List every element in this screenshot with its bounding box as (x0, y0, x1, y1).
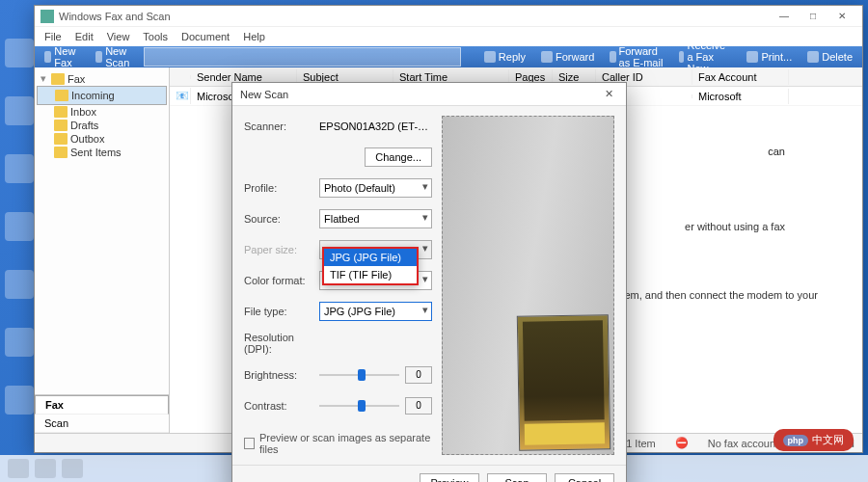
status-items: 1 Item (626, 438, 656, 449)
window-title: Windows Fax and Scan (59, 11, 770, 22)
filetype-option-tif[interactable]: TIF (TIF File) (324, 266, 417, 283)
menubar: File Edit View Tools Document Help (35, 27, 862, 46)
taskbar-icon[interactable] (62, 459, 83, 478)
row-account: Microsoft (692, 89, 789, 104)
tree-sent[interactable]: Sent Items (37, 146, 167, 159)
forward-email-button[interactable]: Forward as E-mail (604, 43, 668, 70)
desktop-icon[interactable] (5, 212, 34, 241)
contrast-slider[interactable] (319, 397, 399, 415)
scan-preview-area[interactable] (442, 116, 614, 455)
preview-button[interactable]: Preview (420, 473, 479, 482)
separate-files-checkbox[interactable] (244, 438, 255, 449)
folder-icon (55, 90, 68, 101)
folder-icon (54, 120, 68, 131)
source-select[interactable] (319, 209, 432, 228)
desktop-icon[interactable] (5, 39, 34, 67)
tree-root-fax[interactable]: ▾Fax (37, 71, 167, 86)
app-icon (41, 10, 54, 23)
dialog-title: New Scan (240, 89, 599, 100)
toolbar: New Fax New Scan Reply Forward Forward a… (35, 46, 862, 67)
forward-button[interactable]: Forward (535, 49, 600, 65)
forward-icon (541, 51, 553, 63)
filetype-option-jpg[interactable]: JPG (JPG File) (324, 249, 417, 266)
brightness-label: Brightness: (244, 369, 313, 381)
desktop-icon[interactable] (5, 328, 34, 357)
bottom-tabs: Fax Scan (35, 394, 169, 433)
delete-button[interactable]: Delete (801, 49, 858, 65)
desktop-icon[interactable] (5, 386, 34, 415)
folder-tree: ▾Fax Incoming Inbox Drafts Outbox Sent I… (35, 67, 169, 394)
contrast-value[interactable]: 0 (405, 397, 432, 415)
toolbar-selected[interactable] (144, 47, 461, 67)
scanned-image-thumbnail[interactable] (517, 314, 610, 451)
desktop-icon[interactable] (5, 270, 34, 299)
tree-inbox[interactable]: Inbox (37, 105, 167, 119)
menu-edit[interactable]: Edit (69, 29, 99, 44)
scan-icon (95, 51, 102, 63)
separate-files-label: Preview or scan images as separate files (259, 432, 432, 455)
desktop-icon[interactable] (5, 96, 34, 125)
profile-label: Profile: (244, 182, 313, 194)
row-icon: 📧 (170, 88, 191, 104)
delete-icon (807, 51, 819, 63)
cancel-button[interactable]: Cancel (555, 473, 614, 482)
scan-button[interactable]: Scan (487, 473, 547, 482)
brightness-value[interactable]: 0 (405, 366, 432, 384)
menu-help[interactable]: Help (237, 29, 271, 44)
close-button[interactable]: ✕ (827, 8, 856, 25)
papersize-label: Paper size: (244, 244, 313, 255)
tree-incoming[interactable]: Incoming (37, 86, 167, 105)
taskbar-icon[interactable] (8, 459, 29, 478)
filetype-label: File type: (244, 306, 313, 317)
tab-scan[interactable]: Scan (35, 415, 169, 433)
contrast-label: Contrast: (244, 400, 313, 412)
new-scan-dialog: New Scan ✕ Scanner: EPSON01A32D (ET-2850… (231, 82, 627, 482)
filetype-dropdown: JPG (JPG File) TIF (TIF File) (322, 247, 419, 285)
scanner-label: Scanner: (244, 120, 313, 132)
minimize-button[interactable]: — (770, 8, 799, 25)
print-button[interactable]: Print... (741, 49, 798, 65)
email-icon (610, 51, 615, 63)
tree-outbox[interactable]: Outbox (37, 132, 167, 146)
watermark: php 中文网 (773, 429, 854, 451)
reply-button[interactable]: Reply (478, 49, 531, 65)
folder-icon (54, 133, 68, 145)
receive-icon (679, 51, 685, 63)
profile-select[interactable] (319, 178, 432, 198)
titlebar[interactable]: Windows Fax and Scan — □ ✕ (35, 6, 862, 27)
resolution-label: Resolution (DPI): (244, 332, 313, 355)
folder-icon (51, 73, 65, 85)
folder-icon (54, 106, 68, 118)
desktop-icon[interactable] (5, 154, 34, 183)
source-label: Source: (244, 213, 313, 225)
taskbar-icon[interactable] (35, 459, 56, 478)
new-fax-button[interactable]: New Fax (39, 43, 86, 70)
sidebar: ▾Fax Incoming Inbox Drafts Outbox Sent I… (35, 67, 170, 433)
menu-file[interactable]: File (39, 29, 68, 44)
tree-drafts[interactable]: Drafts (37, 119, 167, 132)
colorformat-label: Color format: (244, 275, 313, 286)
filetype-select[interactable] (319, 302, 432, 321)
col-icon[interactable] (170, 75, 191, 79)
menu-tools[interactable]: Tools (137, 29, 174, 44)
brightness-slider[interactable] (319, 366, 399, 384)
tab-fax[interactable]: Fax (35, 395, 169, 415)
fax-icon (44, 51, 51, 63)
maximize-button[interactable]: □ (799, 8, 827, 25)
menu-view[interactable]: View (101, 29, 136, 44)
dialog-titlebar[interactable]: New Scan ✕ (232, 83, 626, 106)
reply-icon (484, 51, 496, 63)
dialog-close-button[interactable]: ✕ (599, 88, 618, 100)
php-logo: php (783, 435, 809, 446)
new-scan-button[interactable]: New Scan (90, 43, 140, 70)
folder-icon (54, 147, 68, 158)
col-account[interactable]: Fax Account (692, 69, 789, 85)
menu-document[interactable]: Document (176, 29, 235, 44)
scanner-value: EPSON01A32D (ET-2850 Ser... (319, 120, 432, 132)
print-icon (746, 51, 758, 63)
change-scanner-button[interactable]: Change... (365, 147, 432, 167)
